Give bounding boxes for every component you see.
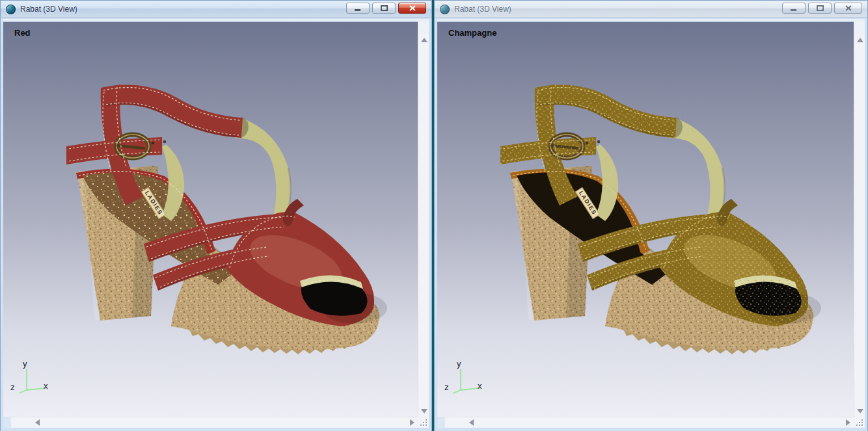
maximize-button[interactable] — [808, 3, 832, 14]
window-client: Red LADIES y x z — [3, 19, 429, 428]
scrollbar-corner-cell — [437, 417, 445, 428]
titlebar[interactable]: Rabat (3D View) — [435, 1, 867, 18]
vertical-scrollbar[interactable] — [854, 21, 865, 417]
close-icon — [409, 5, 416, 11]
titlebar[interactable]: Rabat (3D View) — [1, 1, 431, 18]
shoe-render-red — [3, 22, 418, 412]
arrow-left-icon — [469, 419, 474, 426]
arrow-down-icon — [421, 409, 427, 413]
scrollbar-spacer — [445, 417, 466, 428]
scroll-down-button[interactable] — [854, 406, 865, 417]
axis-label-x: x — [44, 381, 48, 391]
arrow-right-icon — [846, 419, 850, 426]
scrollbar-spacer — [11, 417, 32, 428]
scrollbar-corner-cell — [3, 417, 11, 428]
axis-label-y: y — [457, 359, 461, 369]
axis-label-z: z — [444, 382, 449, 392]
material-label: Champagne — [448, 28, 496, 38]
shoe-render-champagne — [437, 22, 854, 412]
minimize-button[interactable] — [346, 3, 370, 14]
viewport-3d-champagne[interactable]: Champagne LADIES y x z — [437, 21, 854, 417]
horizontal-scrollbar[interactable] — [437, 417, 854, 428]
resize-grip[interactable] — [854, 417, 865, 428]
scroll-right-button[interactable] — [843, 417, 854, 428]
minimize-button[interactable] — [782, 3, 806, 14]
close-icon — [845, 5, 852, 11]
axis-lines — [11, 360, 71, 412]
axis-triad: y x z — [445, 360, 505, 412]
window-title: Rabat (3D View) — [454, 5, 511, 14]
scroll-up-button[interactable] — [418, 34, 429, 46]
scroll-down-button[interactable] — [418, 406, 429, 417]
arrow-up-icon — [421, 38, 427, 42]
arrow-right-icon — [410, 419, 414, 426]
minimize-icon — [354, 5, 362, 11]
axis-label-x: x — [478, 381, 482, 391]
maximize-icon — [817, 5, 824, 11]
maximize-button[interactable] — [372, 3, 396, 14]
axis-triad: y x z — [11, 360, 71, 412]
scroll-left-button[interactable] — [466, 417, 477, 428]
maximize-icon — [381, 5, 388, 11]
resize-grip[interactable] — [418, 417, 429, 428]
horizontal-scrollbar[interactable] — [3, 417, 418, 428]
scrollbar-spacer — [854, 21, 865, 34]
vertical-scrollbar[interactable] — [418, 21, 429, 417]
window-controls — [782, 3, 862, 14]
axis-label-y: y — [23, 359, 27, 369]
window-controls — [346, 3, 426, 14]
scroll-up-button[interactable] — [854, 34, 865, 46]
minimize-icon — [790, 5, 798, 11]
viewport-3d-red[interactable]: Red LADIES y x z — [3, 21, 418, 417]
window-client: Champagne LADIES y x z — [437, 19, 865, 428]
app-icon — [440, 5, 450, 14]
app-icon — [6, 5, 16, 14]
close-button[interactable] — [834, 3, 862, 14]
close-button[interactable] — [398, 3, 426, 14]
scrollbar-spacer — [418, 21, 429, 34]
axis-lines — [445, 360, 505, 412]
axis-label-z: z — [10, 382, 15, 392]
material-label: Red — [14, 28, 31, 38]
scroll-right-button[interactable] — [407, 417, 418, 428]
arrow-up-icon — [857, 38, 863, 42]
window-title: Rabat (3D View) — [20, 5, 77, 14]
scroll-left-button[interactable] — [32, 417, 43, 428]
window-champagne: Rabat (3D View) Champagne LADIES — [434, 0, 868, 431]
window-red: Rabat (3D View) Red LADIES — [0, 0, 432, 431]
arrow-left-icon — [35, 419, 40, 426]
arrow-down-icon — [857, 409, 863, 413]
